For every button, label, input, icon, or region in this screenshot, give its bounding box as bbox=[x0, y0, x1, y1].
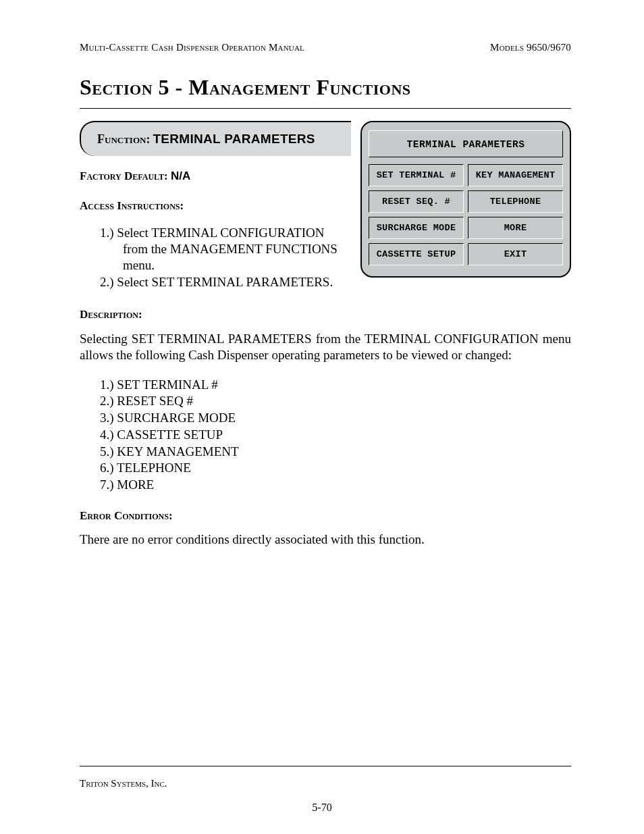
atm-button-more[interactable]: MORE bbox=[468, 217, 563, 239]
page: Multi-Cassette Cash Dispenser Operation … bbox=[0, 0, 644, 834]
footer-company: Triton Systems, Inc. bbox=[80, 778, 167, 789]
access-step: 1.) Select TERMINAL CONFIGURATION from t… bbox=[100, 225, 351, 273]
atm-button-cassette-setup[interactable]: CASSETTE SETUP bbox=[369, 243, 464, 265]
atm-button-surcharge-mode[interactable]: SURCHARGE MODE bbox=[369, 217, 464, 239]
header-right: Models 9650/9670 bbox=[490, 42, 571, 53]
access-instructions-label: Access Instructions: bbox=[80, 199, 351, 213]
content-row: Function: TERMINAL PARAMETERS Factory De… bbox=[80, 121, 571, 292]
factory-default-label: Factory Default: bbox=[80, 170, 168, 182]
param-item: 2.) RESET SEQ # bbox=[100, 393, 571, 409]
param-item: 7.) MORE bbox=[100, 477, 571, 493]
header-left: Multi-Cassette Cash Dispenser Operation … bbox=[80, 42, 304, 53]
access-step: 2.) Select SET TERMINAL PARAMETERS. bbox=[100, 274, 351, 290]
factory-default-value: N/A bbox=[171, 170, 190, 182]
page-header: Multi-Cassette Cash Dispenser Operation … bbox=[80, 42, 571, 53]
description-body: Selecting SET TERMINAL PARAMETERS from t… bbox=[80, 331, 571, 363]
page-number: 5-70 bbox=[0, 802, 644, 814]
function-banner: Function: TERMINAL PARAMETERS bbox=[80, 121, 351, 156]
param-item: 1.) SET TERMINAL # bbox=[100, 377, 571, 393]
footer-rule bbox=[80, 766, 571, 766]
error-conditions-label: Error Conditions: bbox=[80, 509, 571, 523]
param-item: 6.) TELEPHONE bbox=[100, 460, 571, 476]
factory-default: Factory Default: N/A bbox=[80, 170, 351, 183]
access-steps: 1.) Select TERMINAL CONFIGURATION from t… bbox=[80, 225, 351, 290]
atm-button-telephone[interactable]: TELEPHONE bbox=[468, 190, 563, 213]
error-conditions-body: There are no error conditions directly a… bbox=[80, 532, 571, 547]
left-column: Function: TERMINAL PARAMETERS Factory De… bbox=[80, 121, 351, 292]
atm-button-exit[interactable]: EXIT bbox=[468, 243, 563, 265]
param-item: 5.) KEY MANAGEMENT bbox=[100, 444, 571, 460]
atm-screenshot: TERMINAL PARAMETERS SET TERMINAL # KEY M… bbox=[360, 121, 571, 278]
function-label: Function: bbox=[97, 132, 150, 146]
atm-button-reset-seq[interactable]: RESET SEQ. # bbox=[369, 190, 464, 213]
title-rule bbox=[80, 108, 571, 109]
param-item: 3.) SURCHARGE MODE bbox=[100, 410, 571, 426]
atm-title: TERMINAL PARAMETERS bbox=[369, 130, 563, 157]
parameter-list: 1.) SET TERMINAL # 2.) RESET SEQ # 3.) S… bbox=[80, 377, 571, 493]
atm-button-grid: SET TERMINAL # KEY MANAGEMENT RESET SEQ.… bbox=[369, 164, 563, 265]
atm-button-set-terminal[interactable]: SET TERMINAL # bbox=[369, 164, 464, 186]
description-label: Description: bbox=[80, 308, 571, 321]
section-title: Section 5 - Management Functions bbox=[80, 75, 571, 100]
param-item: 4.) CASSETTE SETUP bbox=[100, 427, 571, 443]
atm-button-key-management[interactable]: KEY MANAGEMENT bbox=[468, 164, 563, 186]
function-name: TERMINAL PARAMETERS bbox=[153, 132, 315, 146]
